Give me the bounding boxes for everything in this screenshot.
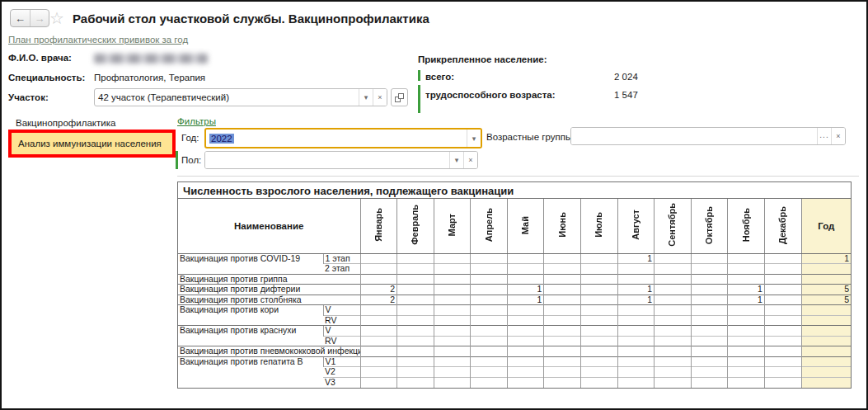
month-value-cell[interactable] bbox=[471, 264, 508, 275]
month-value-cell[interactable] bbox=[764, 264, 801, 275]
stage-cell[interactable]: V1 bbox=[323, 356, 360, 367]
month-column-header[interactable]: Февраль bbox=[397, 199, 434, 253]
sidebar-item-vaccinoprophylaxis[interactable]: Вакцинопрофилактика bbox=[16, 118, 115, 128]
month-value-cell[interactable] bbox=[728, 326, 765, 337]
month-value-cell[interactable] bbox=[507, 367, 544, 378]
month-value-cell[interactable] bbox=[580, 346, 617, 357]
month-value-cell[interactable] bbox=[507, 253, 544, 264]
year-total-cell[interactable] bbox=[801, 264, 851, 275]
month-value-cell[interactable] bbox=[728, 305, 765, 316]
stage-cell[interactable]: V bbox=[323, 305, 360, 316]
area-combobox[interactable]: 42 участок (Терапевтический) ▾ × bbox=[94, 88, 387, 106]
month-value-cell[interactable] bbox=[507, 315, 544, 326]
vaccine-name-cell[interactable]: Вакцинация против дифтерии bbox=[178, 285, 360, 295]
month-value-cell[interactable] bbox=[471, 315, 508, 326]
year-total-cell[interactable] bbox=[801, 336, 851, 346]
stage-cell[interactable]: 2 этап bbox=[323, 264, 360, 275]
month-value-cell[interactable] bbox=[580, 315, 617, 326]
month-value-cell[interactable] bbox=[434, 326, 471, 337]
month-column-header[interactable]: Ноябрь bbox=[728, 199, 765, 253]
month-value-cell[interactable] bbox=[397, 264, 434, 275]
month-value-cell[interactable] bbox=[434, 356, 471, 367]
year-total-cell[interactable]: 1 bbox=[801, 253, 851, 264]
month-value-cell[interactable] bbox=[507, 336, 544, 346]
month-value-cell[interactable] bbox=[691, 264, 728, 275]
month-value-cell[interactable] bbox=[691, 326, 728, 337]
month-value-cell[interactable] bbox=[655, 285, 692, 295]
month-value-cell[interactable]: 2 bbox=[360, 295, 397, 305]
month-value-cell[interactable] bbox=[764, 285, 801, 295]
gender-dropdown-button[interactable]: ▾ bbox=[449, 152, 463, 168]
month-value-cell[interactable] bbox=[434, 377, 471, 388]
month-value-cell[interactable] bbox=[434, 336, 471, 346]
month-column-header[interactable]: Июнь bbox=[544, 199, 581, 253]
year-total-cell[interactable] bbox=[801, 326, 851, 337]
month-value-cell[interactable] bbox=[764, 295, 801, 305]
month-value-cell[interactable] bbox=[617, 377, 655, 388]
month-value-cell[interactable] bbox=[360, 253, 397, 264]
month-value-cell[interactable] bbox=[580, 274, 617, 285]
age-groups-ellipsis-button[interactable]: ... bbox=[817, 128, 831, 144]
month-value-cell[interactable] bbox=[617, 274, 655, 285]
year-total-cell[interactable] bbox=[801, 356, 851, 367]
stage-cell[interactable]: RV bbox=[323, 315, 360, 326]
month-value-cell[interactable] bbox=[764, 356, 801, 367]
area-dropdown-button[interactable]: ▾ bbox=[359, 89, 373, 106]
month-value-cell[interactable] bbox=[617, 367, 655, 378]
month-value-cell[interactable] bbox=[471, 377, 508, 388]
month-value-cell[interactable] bbox=[655, 367, 692, 378]
month-value-cell[interactable] bbox=[655, 346, 692, 357]
month-value-cell[interactable] bbox=[507, 346, 544, 357]
stage-cell[interactable]: V2 bbox=[323, 367, 360, 378]
month-value-cell[interactable] bbox=[580, 285, 617, 295]
month-value-cell[interactable] bbox=[691, 305, 728, 316]
month-value-cell[interactable] bbox=[397, 253, 434, 264]
month-value-cell[interactable] bbox=[580, 295, 617, 305]
month-value-cell[interactable] bbox=[764, 346, 801, 357]
month-value-cell[interactable]: 1 bbox=[728, 295, 765, 305]
month-value-cell[interactable] bbox=[691, 356, 728, 367]
month-value-cell[interactable] bbox=[397, 305, 434, 316]
month-value-cell[interactable] bbox=[580, 305, 617, 316]
month-value-cell[interactable] bbox=[655, 305, 692, 316]
month-value-cell[interactable] bbox=[397, 274, 434, 285]
month-value-cell[interactable] bbox=[544, 346, 581, 357]
month-value-cell[interactable] bbox=[471, 367, 508, 378]
month-value-cell[interactable] bbox=[691, 336, 728, 346]
year-combobox[interactable]: 2022 ▾ bbox=[204, 128, 482, 148]
month-value-cell[interactable] bbox=[471, 346, 508, 357]
month-value-cell[interactable] bbox=[434, 274, 471, 285]
stage-cell[interactable]: 1 этап bbox=[323, 253, 360, 264]
month-value-cell[interactable] bbox=[728, 356, 765, 367]
month-value-cell[interactable] bbox=[655, 253, 692, 264]
year-total-cell[interactable] bbox=[801, 305, 851, 316]
favorite-star-icon[interactable]: ☆ bbox=[49, 8, 64, 28]
month-value-cell[interactable] bbox=[544, 377, 581, 388]
month-value-cell[interactable] bbox=[471, 274, 508, 285]
month-value-cell[interactable] bbox=[764, 336, 801, 346]
month-value-cell[interactable] bbox=[544, 264, 581, 275]
yearly-plan-link[interactable]: План профилактических прививок за год bbox=[8, 35, 188, 45]
month-value-cell[interactable] bbox=[544, 274, 581, 285]
year-total-cell[interactable] bbox=[801, 315, 851, 326]
month-value-cell[interactable] bbox=[691, 346, 728, 357]
vaccine-name-cell[interactable]: Вакцинация против столбняка bbox=[178, 295, 360, 305]
gender-combobox[interactable]: ▾ × bbox=[204, 151, 478, 169]
month-value-cell[interactable] bbox=[507, 326, 544, 337]
month-value-cell[interactable] bbox=[544, 356, 581, 367]
month-value-cell[interactable] bbox=[507, 264, 544, 275]
month-value-cell[interactable] bbox=[580, 336, 617, 346]
month-value-cell[interactable] bbox=[397, 295, 434, 305]
gender-clear-button[interactable]: × bbox=[463, 152, 477, 168]
vaccine-name-cell[interactable]: Вакцинация против кори bbox=[178, 305, 323, 326]
month-value-cell[interactable] bbox=[691, 285, 728, 295]
month-value-cell[interactable] bbox=[360, 356, 397, 367]
month-value-cell[interactable] bbox=[691, 315, 728, 326]
month-value-cell[interactable] bbox=[507, 305, 544, 316]
year-total-cell[interactable] bbox=[801, 274, 851, 285]
month-value-cell[interactable] bbox=[580, 377, 617, 388]
month-value-cell[interactable] bbox=[544, 305, 581, 316]
month-value-cell[interactable] bbox=[434, 305, 471, 316]
month-value-cell[interactable] bbox=[397, 377, 434, 388]
month-value-cell[interactable] bbox=[434, 367, 471, 378]
